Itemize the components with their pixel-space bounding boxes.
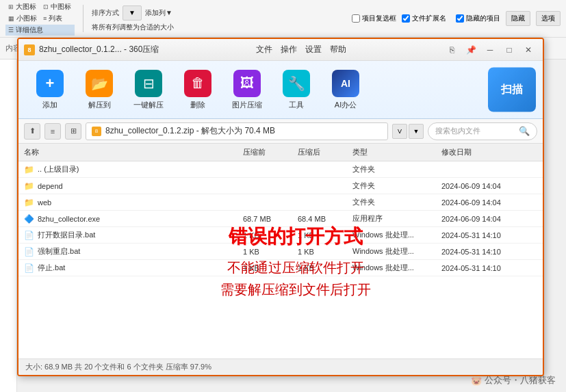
ai-button[interactable]: AI AI办公: [322, 66, 369, 113]
delete-icon: 🗑: [184, 70, 211, 97]
title-menu: 文件 操作 设置 帮助: [256, 44, 346, 55]
dropdown-v[interactable]: V: [392, 124, 407, 139]
file-name: web: [38, 198, 51, 207]
folder-icon: 📁: [24, 198, 34, 207]
address-bar: ⬆ ≡ ⊞ 8 8zhu_collector_0.1.2.zip - 解包大小为…: [18, 119, 543, 144]
file-name-cell: 📄 停止.bat: [24, 263, 243, 273]
image-compress-button[interactable]: 🖼 图片压缩: [224, 66, 270, 113]
app-icon: 8: [24, 44, 35, 55]
one-click-extract-button[interactable]: ⊟ 一键解压: [125, 66, 172, 113]
main-toolbar: + 添加 📂 解压到 ⊟ 一键解压 🗑 删除 🖼 图片压缩: [18, 61, 543, 119]
table-row[interactable]: 📁 web 文件夹 2024-06-09 14:04: [18, 194, 543, 211]
archive-window: 8 8zhu_collector_0.1.2... - 360压缩 文件 操作 …: [17, 38, 544, 376]
minimize-button[interactable]: ─: [481, 42, 499, 57]
background-toolbar: ⊞ 大图标 ⊡ 中图标 ▦ 小图标 ≡ 列表 ☰ 详细信息 排序方式 ▼ 添加列…: [0, 0, 566, 38]
scan-label: 扫描: [501, 83, 523, 97]
dropdown-arrow[interactable]: ▼: [409, 124, 424, 139]
menu-help[interactable]: 帮助: [330, 44, 346, 55]
extract-to-button[interactable]: 📂 解压到: [76, 66, 123, 113]
view-list[interactable]: ≡ 列表: [40, 13, 75, 24]
file-type-cell: 文件夹: [352, 181, 441, 191]
left-panel-strip: [0, 60, 17, 392]
checkbox-extension-input[interactable]: [402, 14, 410, 23]
options-button[interactable]: 选项: [536, 11, 561, 26]
hide-button[interactable]: 隐藏: [506, 11, 530, 26]
search-box[interactable]: 搜索包内文件 🔍: [428, 122, 537, 140]
file-after-cell: 1 KB: [298, 264, 352, 272]
address-path: 8 8zhu_collector_0.1.2.zip - 解包大小为 70.4 …: [86, 122, 388, 140]
view-options: ⊞ 大图标 ⊡ 中图标 ▦ 小图标 ≡ 列表 ☰ 详细信息: [5, 1, 75, 36]
table-row[interactable]: 📁 depend 文件夹 2024-06-09 14:04: [18, 178, 543, 194]
table-row[interactable]: 🔷 8zhu_collector.exe 68.7 MB 68.4 MB 应用程…: [18, 211, 543, 227]
add-icon: +: [36, 70, 64, 97]
nav-back-button[interactable]: ⬆: [24, 123, 40, 140]
checkbox-hidden-input[interactable]: [456, 14, 464, 23]
adjust-col-label: 将所有列调整为合适的大小: [92, 23, 174, 32]
file-date-cell: 2024-05-31 14:10: [441, 248, 537, 256]
file-type-cell: 文件夹: [352, 164, 441, 174]
menu-action[interactable]: 操作: [281, 44, 297, 55]
col-name-header[interactable]: 名称: [24, 147, 243, 157]
checkbox-project-input[interactable]: [352, 14, 360, 23]
add-label: 添加: [42, 100, 57, 110]
title-bar: 8 8zhu_collector_0.1.2... - 360压缩 文件 操作 …: [18, 39, 543, 61]
window-title: 8zhu_collector_0.1.2... - 360压缩: [39, 44, 159, 55]
copy-button[interactable]: ⎘: [443, 42, 461, 57]
checkbox-extension[interactable]: 文件扩展名: [402, 14, 446, 23]
nav-list-button[interactable]: ≡: [44, 123, 61, 140]
file-type-cell: 文件夹: [352, 197, 441, 207]
one-click-extract-icon: ⊟: [135, 70, 162, 97]
add-col-label: 添加列▼: [145, 8, 172, 18]
maximize-button[interactable]: □: [500, 42, 518, 57]
search-placeholder: 搜索包内文件: [435, 126, 480, 136]
table-row[interactable]: 📄 打开数据目录.bat 1 KB 1 KB Windows 批处理... 20…: [18, 227, 543, 244]
tools-label: 工具: [289, 100, 304, 110]
table-row[interactable]: 📄 停止.bat 1 KB 1 KB Windows 批处理... 2024-0…: [18, 260, 543, 276]
status-text: 大小: 68.9 MB 共 20 个文件和 6 个文件夹 压缩率 97.9%: [25, 362, 211, 372]
add-button[interactable]: + 添加: [27, 66, 73, 113]
checkbox-project[interactable]: 项目复选框: [352, 14, 396, 23]
checkbox-project-label: 项目复选框: [362, 14, 396, 23]
file-name-cell: 📄 强制重启.bat: [24, 246, 243, 257]
view-medium-icon[interactable]: ⊡ 中图标: [40, 1, 75, 12]
view-detail[interactable]: ☰ 详细信息: [5, 25, 75, 36]
menu-file[interactable]: 文件: [256, 44, 272, 55]
view-small-icon[interactable]: ▦ 小图标: [5, 13, 40, 24]
title-left: 8 8zhu_collector_0.1.2... - 360压缩: [24, 44, 159, 55]
folder-icon: 📁: [24, 181, 34, 191]
tools-icon: 🔧: [283, 70, 310, 97]
file-name: 停止.bat: [38, 263, 65, 273]
scan-button[interactable]: 扫描: [488, 68, 536, 112]
nav-grid-button[interactable]: ⊞: [65, 123, 81, 140]
file-before-cell: 1 KB: [243, 264, 298, 272]
file-name-cell: 📁 web: [24, 198, 243, 207]
file-type-cell: 应用程序: [352, 213, 441, 224]
view-large-icon[interactable]: ⊞ 大图标: [5, 1, 40, 12]
table-header: 名称 压缩前 压缩后 类型 修改日期: [18, 144, 543, 161]
sort-button[interactable]: ▼: [123, 5, 142, 21]
checkbox-hidden-label: 隐藏的项目: [466, 14, 500, 23]
pin-button[interactable]: 📌: [462, 42, 480, 57]
col-type-header[interactable]: 类型: [352, 147, 441, 157]
delete-button[interactable]: 🗑 删除: [175, 66, 221, 113]
one-click-extract-label: 一键解压: [133, 100, 164, 110]
menu-settings[interactable]: 设置: [305, 44, 322, 55]
close-button[interactable]: ✕: [519, 42, 537, 57]
col-after-header[interactable]: 压缩后: [298, 147, 352, 157]
bat-icon: 📄: [24, 263, 34, 273]
file-before-cell: 1 KB: [243, 248, 298, 256]
col-date-header[interactable]: 修改日期: [441, 147, 537, 157]
bat-icon: 📄: [24, 231, 34, 240]
col-before-header[interactable]: 压缩前: [243, 147, 298, 157]
file-date-cell: 2024-06-09 14:04: [441, 215, 537, 223]
status-bar: 大小: 68.9 MB 共 20 个文件和 6 个文件夹 压缩率 97.9%: [18, 358, 543, 375]
extract-to-icon: 📂: [86, 70, 113, 97]
ai-label: AI办公: [335, 100, 357, 110]
checkbox-hidden[interactable]: 隐藏的项目: [456, 14, 500, 23]
tools-button[interactable]: 🔧 工具: [273, 66, 320, 113]
table-row[interactable]: 📄 强制重启.bat 1 KB 1 KB Windows 批处理... 2024…: [18, 244, 543, 260]
file-list: 📁 .. (上级目录) 文件夹 📁 depend 文件夹 2024-06-09 …: [18, 161, 543, 276]
image-compress-label: 图片压缩: [232, 100, 262, 110]
table-row[interactable]: 📁 .. (上级目录) 文件夹: [18, 161, 543, 178]
file-type-cell: Windows 批处理...: [352, 246, 441, 257]
